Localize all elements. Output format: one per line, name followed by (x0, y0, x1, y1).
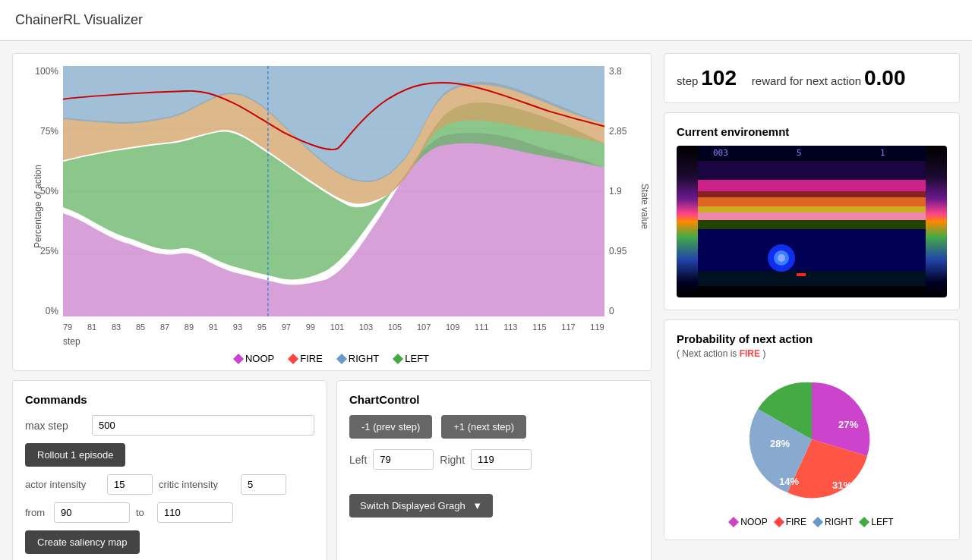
pie-chart: 27% 28% 14% 31% NOOP FIRE (677, 371, 947, 527)
prev-step-button[interactable]: -1 (prev step) (349, 415, 432, 439)
environment-image: 003 5 1 (677, 146, 947, 297)
left-icon (393, 353, 403, 363)
svg-rect-13 (698, 191, 926, 197)
legend-left: LEFT (394, 353, 429, 364)
reward-label: reward for next action (752, 74, 861, 87)
legend-noop-pie: NOOP (730, 517, 767, 527)
saliency-map-button[interactable]: Create saliency map (25, 530, 140, 554)
from-input[interactable] (54, 502, 130, 523)
legend-noop: NOOP (235, 353, 274, 364)
environment-card: Current environemnt 003 5 1 (664, 112, 960, 310)
commands-title: Commands (25, 393, 314, 406)
prob-subtitle: ( Next action is FIRE ) (677, 348, 947, 359)
commands-panel: Commands max step Rollout 1 episode acto… (12, 380, 327, 560)
svg-rect-18 (698, 229, 926, 275)
step-info-card: step 102 reward for next action 0.00 (664, 53, 960, 103)
switch-displayed-graph-button[interactable]: Switch Displayed Gragh ▼ (349, 494, 493, 518)
critic-intensity-input[interactable] (241, 474, 286, 495)
next-action-label: FIRE (740, 348, 760, 359)
left-dot-icon (859, 517, 869, 527)
y-axis-left: 100% 75% 50% 25% 0% (25, 66, 63, 316)
y-axis-left-title: Percentage of action (33, 165, 43, 248)
step-label: step (677, 74, 698, 87)
svg-text:5: 5 (797, 148, 802, 158)
dropdown-arrow-icon: ▼ (472, 500, 482, 511)
max-step-label: max step (25, 420, 86, 432)
app-title: ChainerRL Visualizer (15, 12, 957, 28)
header: ChainerRL Visualizer (0, 0, 972, 41)
right-dot-icon (813, 517, 823, 527)
legend-left-pie: LEFT (860, 517, 893, 527)
svg-text:28%: 28% (770, 438, 790, 449)
reward-value: 0.00 (864, 66, 906, 90)
chart-control-panel: ChartControl -1 (prev step) +1 (next ste… (336, 380, 652, 560)
legend-right: RIGHT (338, 353, 379, 364)
step-value: 102 (701, 66, 737, 90)
svg-rect-7 (698, 146, 926, 159)
noop-dot-icon (728, 517, 739, 527)
left-step-input[interactable] (373, 449, 434, 470)
actor-intensity-label: actor intensity (25, 479, 101, 490)
critic-intensity-label: critic intensity (159, 479, 235, 490)
environment-title: Current environemnt (677, 125, 947, 138)
svg-text:27%: 27% (838, 419, 858, 430)
pie-legend: NOOP FIRE RIGHT LEFT (730, 517, 893, 527)
svg-text:003: 003 (713, 148, 728, 158)
svg-rect-15 (698, 206, 926, 212)
y-axis-right-title: State value (639, 184, 650, 229)
chart-svg (63, 66, 604, 316)
svg-rect-24 (797, 273, 806, 276)
left-label: Left (349, 454, 367, 466)
fire-icon (288, 353, 298, 363)
right-label: Right (440, 454, 465, 466)
chart-container: 100% 75% 50% 25% 0% (12, 53, 652, 371)
x-axis: 79 81 83 85 87 89 91 93 95 97 99 101 103… (63, 322, 604, 332)
prob-title: Probability of next action (677, 332, 947, 345)
chart-control-title: ChartControl (349, 393, 639, 406)
svg-rect-14 (698, 197, 926, 206)
svg-rect-19 (698, 271, 926, 286)
rollout-button[interactable]: Rollout 1 episode (25, 443, 125, 467)
fire-dot-icon (774, 517, 784, 527)
svg-rect-17 (698, 220, 926, 229)
next-step-button[interactable]: +1 (next step) (441, 415, 526, 439)
svg-text:14%: 14% (779, 476, 799, 487)
max-step-input[interactable] (92, 415, 314, 436)
to-label: to (136, 507, 151, 518)
svg-point-23 (778, 254, 785, 262)
legend-fire-pie: FIRE (775, 517, 806, 527)
y-axis-right: 3.8 2.85 1.9 0.95 0 (604, 66, 639, 316)
actor-intensity-input[interactable] (107, 474, 153, 495)
svg-rect-11 (698, 161, 926, 180)
x-axis-label: step (63, 336, 80, 347)
svg-text:31%: 31% (832, 480, 852, 491)
right-icon (336, 353, 347, 363)
to-input[interactable] (157, 502, 233, 523)
svg-text:1: 1 (880, 148, 885, 158)
from-label: from (25, 507, 48, 518)
legend-fire: FIRE (289, 353, 323, 364)
noop-icon (233, 353, 244, 363)
svg-rect-20 (698, 286, 926, 297)
probability-card: Probability of next action ( Next action… (664, 319, 960, 540)
legend-right-pie: RIGHT (814, 517, 853, 527)
right-step-input[interactable] (471, 449, 532, 470)
chart-legend: NOOP FIRE RIGHT LEFT (25, 353, 639, 364)
svg-rect-16 (698, 212, 926, 220)
